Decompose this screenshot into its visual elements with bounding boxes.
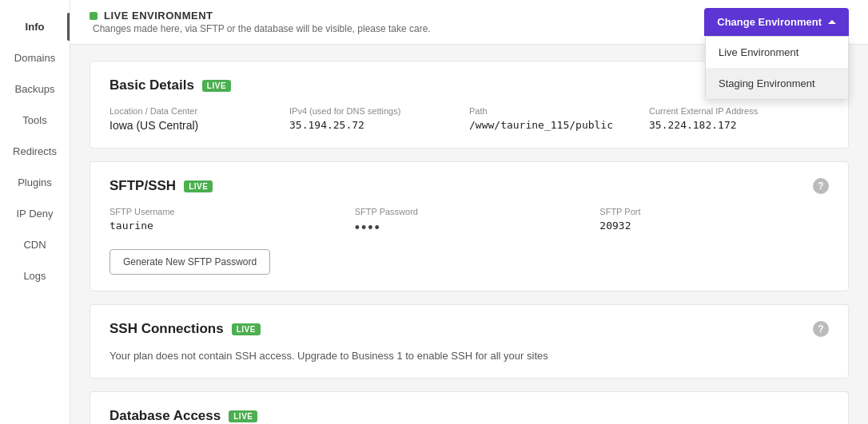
ssh-header: SSH Connections LIVE ? xyxy=(109,321,829,337)
ssh-title-group: SSH Connections LIVE xyxy=(109,321,261,337)
db-title-group: Database Access LIVE xyxy=(109,408,257,424)
top-bar: LIVE ENVIRONMENT Changes made here, via … xyxy=(70,0,868,45)
location-field: Location / Data Center Iowa (US Central) xyxy=(109,106,289,132)
env-title: LIVE ENVIRONMENT xyxy=(104,10,213,22)
sftp-port-label: SFTP Port xyxy=(599,207,829,216)
sidebar-item-domains[interactable]: Domains xyxy=(0,44,70,72)
db-badge: LIVE xyxy=(229,410,257,422)
database-access-section: Database Access LIVE xyxy=(90,391,849,424)
location-label: Location / Data Center xyxy=(109,106,273,116)
ipv4-value: 35.194.25.72 xyxy=(289,119,453,131)
chevron-up-icon xyxy=(828,20,836,24)
basic-details-badge: LIVE xyxy=(202,80,231,92)
sftp-help-icon[interactable]: ? xyxy=(813,178,829,194)
env-option-staging[interactable]: Staging Environment xyxy=(706,68,848,99)
location-value: Iowa (US Central) xyxy=(109,119,273,132)
env-option-live[interactable]: Live Environment xyxy=(706,37,848,68)
sftp-port-value: 20932 xyxy=(599,220,829,232)
ssh-connections-section: SSH Connections LIVE ? Your plan does no… xyxy=(90,304,849,378)
sidebar-item-info[interactable]: Info xyxy=(0,13,70,41)
env-button-area: Change Environment Live Environment Stag… xyxy=(704,8,849,36)
ssh-notice: Your plan does not contain SSH access. U… xyxy=(109,350,829,362)
sftp-password-field: SFTP Password •••• xyxy=(355,207,584,236)
main-content: LIVE ENVIRONMENT Changes made here, via … xyxy=(70,0,868,424)
sftp-ssh-section: SFTP/SSH LIVE ? SFTP Username taurine SF… xyxy=(90,161,849,291)
sftp-username-field: SFTP Username taurine xyxy=(109,207,339,236)
content-area: Basic Details LIVE Location / Data Cente… xyxy=(70,45,868,424)
sftp-title-group: SFTP/SSH LIVE xyxy=(109,178,213,194)
change-environment-button[interactable]: Change Environment xyxy=(704,8,849,36)
ipv4-field: IPv4 (used for DNS settings) 35.194.25.7… xyxy=(289,106,469,132)
basic-details-title: Basic Details xyxy=(109,77,194,93)
sftp-username-value: taurine xyxy=(109,220,339,232)
sidebar-item-logs[interactable]: Logs xyxy=(0,262,70,290)
sidebar-item-backups[interactable]: Backups xyxy=(0,75,70,103)
external-ip-label: Current External IP Address xyxy=(649,106,813,116)
sidebar-item-tools[interactable]: Tools xyxy=(0,106,70,134)
sftp-password-value: •••• xyxy=(355,220,584,236)
path-label: Path xyxy=(469,106,633,116)
env-dropdown: Live Environment Staging Environment xyxy=(705,36,849,100)
env-info: LIVE ENVIRONMENT Changes made here, via … xyxy=(90,10,431,34)
db-title: Database Access xyxy=(109,408,221,424)
external-ip-value: 35.224.182.172 xyxy=(649,119,813,131)
ssh-help-icon[interactable]: ? xyxy=(813,321,829,337)
sidebar-item-redirects[interactable]: Redirects xyxy=(0,137,70,165)
sftp-username-label: SFTP Username xyxy=(109,207,339,216)
sftp-title: SFTP/SSH xyxy=(109,178,176,194)
basic-details-fields: Location / Data Center Iowa (US Central)… xyxy=(109,106,829,132)
ipv4-label: IPv4 (used for DNS settings) xyxy=(289,106,453,116)
sidebar-item-ip-deny[interactable]: IP Deny xyxy=(0,200,70,228)
sidebar-item-cdn[interactable]: CDN xyxy=(0,231,70,259)
sftp-header: SFTP/SSH LIVE ? xyxy=(109,178,829,194)
db-header: Database Access LIVE xyxy=(109,408,829,424)
basic-details-title-group: Basic Details LIVE xyxy=(109,77,231,93)
sidebar: Info Domains Backups Tools Redirects Plu… xyxy=(0,0,70,424)
generate-sftp-password-button[interactable]: Generate New SFTP Password xyxy=(109,249,270,275)
sftp-badge: LIVE xyxy=(184,180,213,192)
path-field: Path /www/taurine_115/public xyxy=(469,106,649,132)
sidebar-item-plugins[interactable]: Plugins xyxy=(0,168,70,196)
ssh-badge: LIVE xyxy=(232,323,261,335)
ssh-title: SSH Connections xyxy=(109,321,224,337)
sftp-fields: SFTP Username taurine SFTP Password ••••… xyxy=(109,207,829,236)
live-dot-icon xyxy=(90,12,98,20)
sftp-port-field: SFTP Port 20932 xyxy=(599,207,829,236)
external-ip-field: Current External IP Address 35.224.182.1… xyxy=(649,106,829,132)
env-notice: Changes made here, via SFTP or the datab… xyxy=(93,23,431,34)
path-value: /www/taurine_115/public xyxy=(469,119,633,131)
sftp-password-label: SFTP Password xyxy=(355,207,584,216)
